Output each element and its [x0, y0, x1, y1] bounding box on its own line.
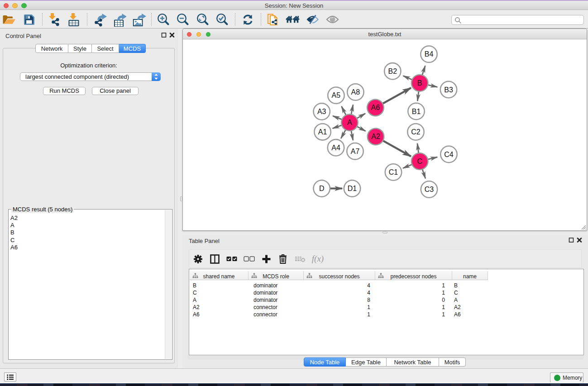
svg-text:B1: B1 — [412, 108, 421, 115]
svg-text:B4: B4 — [425, 50, 434, 58]
svg-text:A5: A5 — [332, 91, 341, 99]
svg-text:C1: C1 — [389, 168, 398, 176]
svg-text:B: B — [417, 79, 422, 87]
svg-text:A3: A3 — [317, 108, 326, 115]
svg-text:A1: A1 — [318, 128, 327, 136]
svg-text:A8: A8 — [351, 88, 360, 96]
svg-text:A4: A4 — [331, 144, 340, 152]
svg-text:D: D — [319, 185, 325, 192]
svg-text:B2: B2 — [388, 67, 397, 75]
svg-text:A6: A6 — [371, 104, 380, 111]
svg-text:C4: C4 — [444, 151, 454, 158]
svg-text:A: A — [347, 119, 352, 126]
svg-text:C: C — [417, 157, 422, 165]
svg-text:A7: A7 — [351, 148, 360, 155]
svg-text:B3: B3 — [444, 86, 453, 94]
svg-text:C3: C3 — [425, 186, 434, 193]
svg-text:C2: C2 — [411, 128, 421, 136]
svg-text:A2: A2 — [371, 133, 380, 140]
svg-text:D1: D1 — [348, 185, 357, 192]
